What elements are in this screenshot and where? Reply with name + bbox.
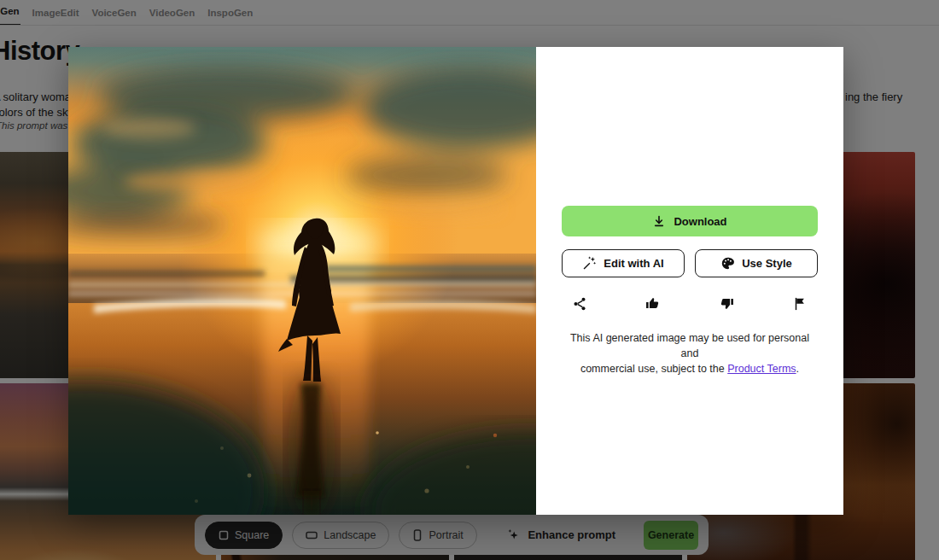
download-label: Download [674, 215, 726, 228]
usage-disclaimer: This AI generated image may be used for … [562, 330, 818, 376]
disclaimer-period: . [796, 363, 799, 375]
use-style-label: Use Style [742, 257, 792, 270]
flag-icon[interactable] [792, 296, 808, 312]
download-button[interactable]: Download [562, 206, 818, 236]
edit-with-ai-button[interactable]: Edit with AI [562, 249, 685, 277]
palette-icon [720, 256, 735, 271]
thumbs-down-icon[interactable] [719, 295, 735, 312]
feedback-actions [562, 295, 818, 312]
disclaimer-line1: This AI generated image may be used for … [570, 332, 809, 359]
generated-image-preview[interactable] [68, 47, 536, 515]
share-icon[interactable] [572, 296, 587, 312]
sunset-beach-image [68, 47, 536, 515]
image-actions-panel: Download Edit with AI Use Style This [536, 47, 843, 515]
edit-with-ai-label: Edit with AI [604, 257, 663, 270]
use-style-button[interactable]: Use Style [695, 249, 818, 277]
disclaimer-line2: commercial use, subject to the [580, 363, 727, 375]
image-detail-modal: Download Edit with AI Use Style This [68, 47, 843, 515]
download-icon [652, 214, 666, 228]
secondary-actions: Edit with AI Use Style [562, 249, 818, 277]
imagegen-history-page: ImageGen ImageEdit VoiceGen VideoGen Ins… [0, 0, 939, 560]
product-terms-link[interactable]: Product Terms [727, 363, 796, 375]
magic-wand-icon [582, 256, 597, 271]
thumbs-up-icon[interactable] [644, 295, 661, 312]
